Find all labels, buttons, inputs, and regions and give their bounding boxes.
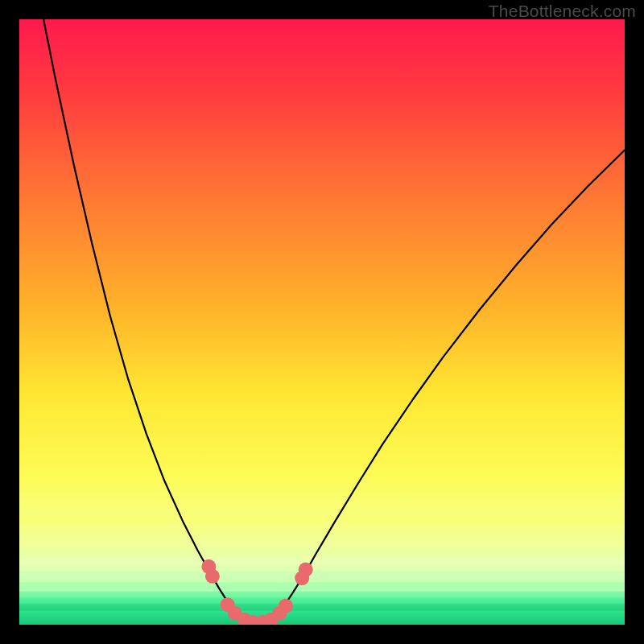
svg-point-18: [279, 599, 293, 613]
svg-rect-4: [19, 582, 625, 589]
svg-point-10: [205, 569, 220, 584]
svg-rect-5: [19, 572, 625, 579]
svg-rect-3: [19, 592, 625, 599]
chart-svg: [19, 19, 625, 625]
plot-area: [19, 19, 625, 625]
svg-point-20: [299, 563, 313, 577]
svg-rect-6: [19, 558, 625, 565]
watermark-text: TheBottleneck.com: [489, 2, 636, 21]
svg-rect-8: [19, 516, 625, 523]
outer-frame: TheBottleneck.com: [0, 0, 644, 644]
svg-rect-0: [19, 19, 625, 625]
